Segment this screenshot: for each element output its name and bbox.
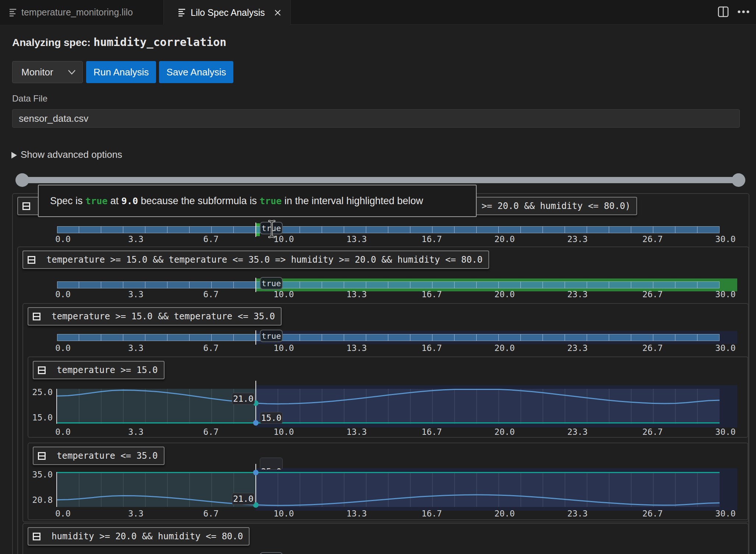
cursor-line[interactable] bbox=[255, 278, 256, 292]
cursor-line[interactable] bbox=[255, 330, 256, 345]
collapse-panel-icon[interactable] bbox=[33, 313, 40, 320]
bool-bar-segment bbox=[101, 281, 124, 288]
slider-handle-left[interactable] bbox=[15, 173, 29, 187]
panel-header-p2[interactable]: temperature >= 15.0 && temperature <= 35… bbox=[22, 251, 489, 269]
bool-bar-segment bbox=[609, 334, 632, 341]
plot-bg-left bbox=[57, 389, 256, 424]
bool-bar-segment bbox=[388, 281, 411, 288]
bool-bar-segment bbox=[565, 334, 587, 341]
bool-bar-segment bbox=[609, 281, 632, 288]
x-axis-p4-tick: 10.0 bbox=[273, 427, 294, 437]
bool-bar-segment bbox=[211, 334, 234, 341]
panel-header-p6[interactable]: humidity >= 20.0 && humidity <= 80.0 bbox=[28, 527, 250, 546]
ellipsis-icon[interactable] bbox=[737, 6, 751, 19]
x-axis-p3-tick: 16.7 bbox=[421, 343, 442, 353]
bool-bar-segment bbox=[432, 281, 455, 288]
time-range-slider-track[interactable] bbox=[22, 177, 738, 183]
x-axis-p2-tick: 20.0 bbox=[494, 290, 515, 299]
bool-bar-segment bbox=[631, 334, 654, 341]
bool-bar-segment bbox=[189, 226, 212, 233]
x-axis-p1-tick: 26.7 bbox=[642, 234, 663, 244]
plot-bg-left bbox=[57, 472, 256, 507]
show-advanced-options-toggle[interactable]: Show advanced options bbox=[11, 149, 122, 160]
bool-bar-segment bbox=[211, 281, 234, 288]
window-actions bbox=[718, 0, 756, 25]
x-axis-p2-tick: 16.7 bbox=[421, 290, 442, 299]
x-axis-p3-tick: 10.0 bbox=[273, 343, 294, 353]
bool-bar-segment bbox=[300, 226, 322, 233]
bool-bar-segment bbox=[57, 281, 79, 288]
x-axis-p4-tick: 26.7 bbox=[642, 427, 663, 437]
bool-bar-segment bbox=[366, 226, 389, 233]
x-axis-p2-tick: 23.3 bbox=[567, 290, 587, 299]
bool-bar-segment bbox=[565, 226, 587, 233]
bool-bar-segment bbox=[145, 226, 168, 233]
plot-bg-highlight bbox=[256, 389, 720, 424]
bool-bar-segment bbox=[189, 334, 212, 341]
collapse-panel-icon[interactable] bbox=[22, 202, 30, 210]
panel-header-p5[interactable]: temperature <= 35.0 bbox=[33, 447, 165, 465]
bool-bar-segment bbox=[498, 334, 521, 341]
x-axis-p2-tick: 0.0 bbox=[55, 290, 71, 299]
split-editor-icon[interactable] bbox=[718, 6, 729, 19]
panel-formula: temperature >= 15.0 && temperature <= 35… bbox=[52, 311, 275, 322]
bool-bar-segment bbox=[79, 281, 102, 288]
bool-bar-segment bbox=[366, 281, 389, 288]
panel-formula: temperature <= 35.0 bbox=[57, 451, 158, 461]
x-axis-p1-tick: 23.3 bbox=[567, 234, 587, 244]
x-axis-p4-tick: 0.0 bbox=[55, 427, 71, 437]
x-axis-p5-tick: 23.3 bbox=[567, 509, 587, 518]
x-axis-p5-tick: 10.0 bbox=[273, 509, 294, 518]
x-axis-p1-tick: 0.0 bbox=[55, 234, 71, 244]
threshold-value-label: 35.0 bbox=[260, 458, 283, 470]
mode-select[interactable]: Monitor bbox=[12, 61, 83, 83]
x-axis-p2-tick: 13.3 bbox=[346, 290, 367, 299]
file-lines-icon bbox=[10, 8, 17, 17]
x-axis-p3-tick: 26.7 bbox=[642, 343, 663, 353]
collapse-panel-icon[interactable] bbox=[28, 256, 35, 264]
tooltip-post: in the interval highlighted below bbox=[282, 195, 423, 206]
x-axis-p3-tick: 23.3 bbox=[567, 343, 587, 353]
close-tab-icon[interactable] bbox=[274, 9, 281, 16]
tab-lilo-spec-analysis[interactable]: Lilo Spec Analysis bbox=[164, 0, 291, 25]
collapse-panel-icon[interactable] bbox=[33, 533, 40, 540]
cursor-line[interactable] bbox=[255, 223, 256, 237]
value-at-cursor-label: 21.0 bbox=[232, 493, 255, 505]
x-axis-p5-tick: 30.0 bbox=[715, 509, 735, 518]
bool-bar-segment bbox=[520, 226, 543, 233]
panel-header-p4[interactable]: temperature >= 15.0 bbox=[33, 361, 165, 379]
bool-bar-segment bbox=[454, 281, 477, 288]
chevron-down-icon bbox=[68, 70, 76, 75]
x-axis-p2-tick: 3.3 bbox=[128, 290, 144, 299]
x-axis-p4-tick: 13.3 bbox=[346, 427, 367, 437]
bool-bar-segment bbox=[79, 334, 102, 341]
bool-bar-segment bbox=[300, 281, 322, 288]
bool-bar-segment bbox=[145, 334, 168, 341]
tab-temperature-monitoring[interactable]: temperature_monitoring.lilo bbox=[0, 0, 164, 25]
tooltip-mid2: because the subformula is bbox=[138, 195, 259, 206]
bool-bar-segment bbox=[498, 281, 521, 288]
bool-bar-segment bbox=[344, 226, 367, 233]
bool-bar-segment bbox=[101, 334, 124, 341]
bool-bar-segment bbox=[609, 226, 632, 233]
spec-name: humidity_correlation bbox=[93, 36, 226, 49]
x-axis-p2-tick: 6.7 bbox=[203, 290, 219, 299]
bool-bar-segment bbox=[211, 226, 234, 233]
bool-bar-segment bbox=[410, 334, 433, 341]
slider-handle-right[interactable] bbox=[732, 173, 745, 187]
x-axis-p1-tick: 16.7 bbox=[421, 234, 442, 244]
run-analysis-button[interactable]: Run Analysis bbox=[86, 61, 156, 83]
bool-bar-segment bbox=[543, 334, 565, 341]
bool-bar-segment bbox=[388, 226, 411, 233]
x-axis-p5-tick: 20.0 bbox=[494, 509, 515, 518]
panel-header-p3[interactable]: temperature >= 15.0 && temperature <= 35… bbox=[28, 307, 282, 326]
x-axis-p3-tick: 30.0 bbox=[715, 343, 735, 353]
x-axis-p3-tick: 0.0 bbox=[55, 343, 71, 353]
collapse-panel-icon[interactable] bbox=[38, 452, 46, 460]
x-axis-p5-tick: 3.3 bbox=[128, 509, 144, 518]
spec-result-tooltip: Spec is true at 9.0 because the subformu… bbox=[38, 185, 477, 217]
save-analysis-button[interactable]: Save Analysis bbox=[159, 61, 233, 83]
data-file-input[interactable]: sensor_data.csv bbox=[12, 109, 740, 128]
collapse-panel-icon[interactable] bbox=[38, 366, 46, 374]
bool-bar-segment bbox=[366, 334, 389, 341]
